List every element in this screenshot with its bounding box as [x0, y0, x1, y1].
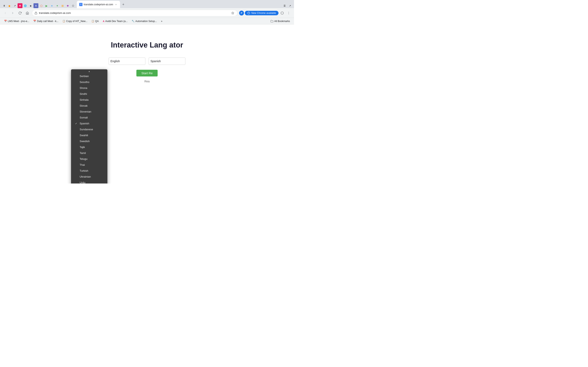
- dropdown-item-label: Serbian: [80, 75, 89, 78]
- svg-rect-0: [35, 13, 37, 14]
- more-menu-button[interactable]: [286, 10, 292, 16]
- source-language-select[interactable]: English: [109, 58, 145, 65]
- lock-icon: [35, 12, 37, 15]
- bookmarks-bar: 📅 LMS Meet - jmo-e... 📅 Daily call Meet …: [0, 18, 294, 25]
- ext-icon-11[interactable]: ✦: [55, 3, 60, 8]
- extensions-button[interactable]: [279, 10, 285, 16]
- ext-icon-4[interactable]: M: [17, 3, 22, 8]
- dropdown-items-container: SerbianSesothoShonaSindhiSinhalaSlovakSl…: [71, 73, 107, 184]
- dropdown-item-check: ✓: [75, 122, 78, 125]
- dropdown-item-sinhala[interactable]: Sinhala: [71, 97, 107, 103]
- profile-button[interactable]: P: [239, 11, 244, 16]
- tab-title: translate.codeprism-ai.com: [84, 3, 113, 6]
- dropdown-item-serbian[interactable]: Serbian: [71, 73, 107, 79]
- bookmarks-folder[interactable]: All Bookmarks: [269, 19, 292, 23]
- back-button[interactable]: [2, 10, 8, 16]
- dropdown-item-label: Tamil: [80, 151, 86, 155]
- ext-icon-10[interactable]: ≡: [49, 3, 54, 8]
- svg-point-3: [288, 12, 289, 12]
- bookmark-avidii[interactable]: A Avidii Dev Team (a...: [101, 19, 129, 23]
- dropdown-item-swahili[interactable]: Swahili: [71, 132, 107, 138]
- bookmark-lms[interactable]: 📅 LMS Meet - jmo-e...: [2, 19, 31, 23]
- target-language-select[interactable]: Spanish: [149, 58, 185, 65]
- dropdown-scroll-up[interactable]: ▲: [71, 69, 107, 73]
- language-dropdown: ▲ SerbianSesothoShonaSindhiSinhalaSlovak…: [71, 69, 107, 184]
- toolbar: translate.codeprism-ai.com P New Chrome …: [0, 8, 294, 18]
- dropdown-item-thai[interactable]: Thai: [71, 162, 107, 168]
- tab-bar-ext-1[interactable]: ☰: [282, 3, 287, 8]
- dropdown-item-sundanese[interactable]: Sundanese: [71, 126, 107, 132]
- forward-button[interactable]: [10, 10, 16, 16]
- dropdown-item-slovenian[interactable]: Slovenian: [71, 109, 107, 115]
- page-inner: Interactive Lang ator English Spanish St: [0, 25, 294, 184]
- bookmark-automation[interactable]: 🔧 Automation Setup...: [130, 19, 158, 23]
- dropdown-item-spanish[interactable]: ✓Spanish: [71, 120, 107, 126]
- active-tab[interactable]: T translate.codeprism-ai.com ×: [77, 1, 120, 8]
- dropdown-item-label: Slovenian: [80, 110, 91, 113]
- bookmark-qa[interactable]: 📋 QA: [90, 19, 100, 23]
- ext-icon-3[interactable]: ↗: [12, 3, 17, 8]
- ext-icon-12[interactable]: ⊞: [60, 3, 65, 8]
- bookmark-more[interactable]: »: [159, 19, 164, 23]
- dropdown-item-label: Sinhala: [80, 98, 88, 101]
- dropdown-item-tamil[interactable]: Tamil: [71, 150, 107, 156]
- ext-icon-13[interactable]: ❖: [65, 3, 70, 8]
- address-bar[interactable]: translate.codeprism-ai.com: [32, 10, 237, 16]
- start-recording-button[interactable]: Start Re: [136, 70, 157, 76]
- dropdown-item-swedish[interactable]: Swedish: [71, 138, 107, 144]
- svg-point-5: [288, 14, 289, 14]
- ext-icon-2[interactable]: ◆: [7, 3, 12, 8]
- tab-bar: ⏸ ◆ ↗ M 🌐 ◈ A ⬡ ▶ ≡ ✦ ⊞ ❖ ⬡ T translate.…: [0, 0, 294, 8]
- bookmark-copy[interactable]: 📋 Copy of HIT_New...: [61, 19, 89, 23]
- dropdown-item-label: Swedish: [80, 140, 90, 143]
- ext-icon-5[interactable]: 🌐: [23, 3, 28, 8]
- source-lang-container: English: [109, 58, 145, 65]
- refresh-button[interactable]: [17, 10, 23, 16]
- dropdown-item-ukrainian[interactable]: Ukrainian: [71, 174, 107, 180]
- dropdown-item-label: Shona: [80, 86, 87, 90]
- page-title: Interactive Lang ator: [111, 41, 183, 49]
- dropdown-item-turkish[interactable]: Turkish: [71, 168, 107, 174]
- ext-icon-7[interactable]: A: [34, 3, 38, 8]
- dropdown-item-tajik[interactable]: Tajik: [71, 144, 107, 150]
- bookmark-star-icon[interactable]: [231, 11, 235, 15]
- dropdown-item-label: Slovak: [80, 104, 87, 107]
- dropdown-item-sindhi[interactable]: Sindhi: [71, 91, 107, 97]
- tab-close-button[interactable]: ×: [114, 3, 118, 6]
- dropdown-item-shona[interactable]: Shona: [71, 85, 107, 91]
- dropdown-item-label: Turkish: [80, 169, 88, 172]
- dropdown-item-sesotho[interactable]: Sesotho: [71, 79, 107, 85]
- new-chrome-button[interactable]: New Chrome available: [245, 11, 278, 15]
- dropdown-item-slovak[interactable]: Slovak: [71, 103, 107, 109]
- tab-bar-ext-2[interactable]: ↗: [287, 3, 292, 8]
- target-lang-container: Spanish: [149, 58, 185, 65]
- svg-marker-1: [232, 12, 234, 14]
- dropdown-item-label: Sesotho: [80, 81, 89, 83]
- dropdown-item-label: Ukrainian: [80, 175, 91, 178]
- dropdown-item-label: Tajik: [80, 146, 85, 149]
- dropdown-item-label: Spanish: [80, 122, 89, 125]
- tab-favicon: T: [79, 3, 82, 6]
- ext-icon-1[interactable]: ⏸: [2, 3, 7, 8]
- url-text: translate.codeprism-ai.com: [39, 11, 229, 15]
- home-button[interactable]: [25, 10, 30, 16]
- ready-status-text: Rea: [144, 80, 150, 83]
- dropdown-item-label: Sundanese: [80, 128, 93, 131]
- ext-icon-9[interactable]: ▶: [44, 3, 49, 8]
- dropdown-item-urdu[interactable]: Urdu: [71, 180, 107, 184]
- ext-icon-8[interactable]: ⬡: [39, 3, 44, 8]
- dropdown-item-somali[interactable]: Somali: [71, 115, 107, 120]
- ext-icon-6[interactable]: ◈: [28, 3, 33, 8]
- bookmark-daily[interactable]: 📅 Daily call Meet - k...: [32, 19, 60, 23]
- dropdown-item-label: Swahili: [80, 134, 88, 137]
- page-content: Interactive Lang ator English Spanish St: [0, 25, 294, 184]
- ext-icon-14[interactable]: ⬡: [71, 3, 76, 8]
- new-tab-button[interactable]: +: [121, 2, 126, 7]
- toolbar-right: P New Chrome available: [239, 10, 292, 16]
- browser-frame: ⏸ ◆ ↗ M 🌐 ◈ A ⬡ ▶ ≡ ✦ ⊞ ❖ ⬡ T translate.…: [0, 0, 294, 184]
- dropdown-item-label: Urdu: [80, 181, 85, 184]
- dropdown-item-label: Sindhi: [80, 92, 87, 95]
- dropdown-item-telugu[interactable]: Telugu: [71, 156, 107, 162]
- dropdown-item-label: Telugu: [80, 157, 87, 160]
- controls-row: English Spanish: [109, 58, 185, 65]
